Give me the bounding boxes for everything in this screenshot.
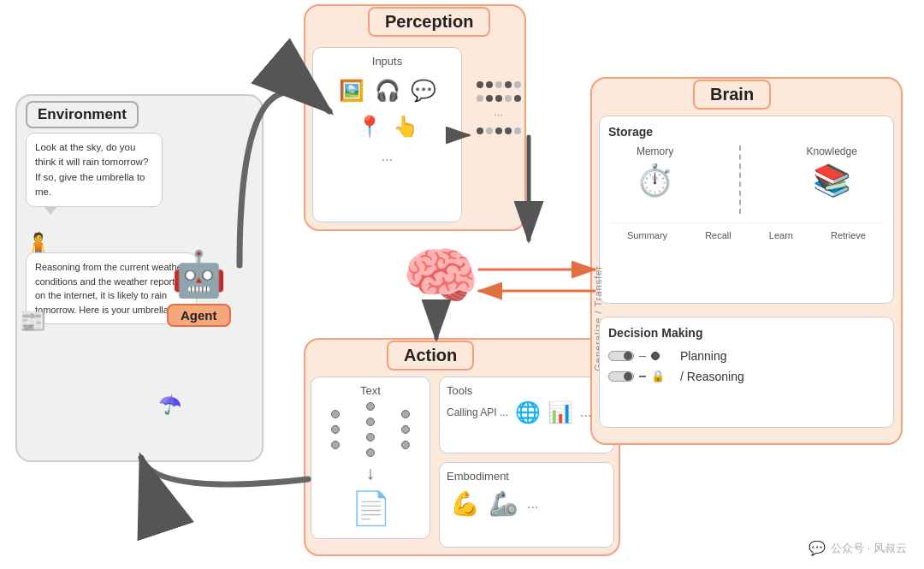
toggle-row-1 — [608, 351, 665, 361]
table-icon: 📊 — [548, 400, 573, 424]
encode-row-1 — [477, 81, 521, 88]
nn-dot — [401, 410, 410, 418]
robot-arm-icon: 🦾 — [489, 489, 518, 518]
storage-label: Storage — [608, 125, 885, 139]
embodiment-dots: ... — [527, 496, 538, 512]
brain-title-label: Brain — [693, 80, 771, 110]
divider — [739, 145, 741, 214]
action-label: Action — [387, 341, 474, 370]
image-icon: 🖼️ — [336, 75, 367, 106]
tools-label: Tools — [447, 384, 607, 397]
knowledge-icon: 📚 — [813, 163, 851, 199]
encode-dot — [477, 127, 483, 134]
main-container: Environment Look at the sky, do you thin… — [0, 0, 924, 569]
nn-dot — [401, 441, 410, 449]
nn-dot — [331, 441, 340, 449]
encoding-box: ··· — [471, 81, 526, 134]
tools-box: Tools Calling API ... 🌐 📊 ... — [439, 376, 614, 453]
tools-icons: Calling API ... 🌐 📊 ... — [447, 400, 607, 424]
encode-dot-light — [505, 95, 512, 102]
encode-row-2 — [477, 95, 521, 102]
decision-diagrams: 🔒 — [608, 351, 665, 382]
memory-label: Memory — [637, 145, 673, 157]
agent-area: 🤖 Agent — [167, 248, 231, 327]
encode-dot — [505, 81, 512, 88]
environment-label: Environment — [26, 101, 139, 128]
knowledge-label: Knowledge — [807, 145, 857, 157]
knowledge-item: Knowledge 📚 — [807, 145, 857, 199]
encode-dot-light — [495, 81, 502, 88]
api-text: Calling API ... — [447, 406, 508, 418]
embodiment-label: Embodiment — [447, 470, 607, 483]
doc-icon: 📄 — [318, 489, 423, 527]
inputs-box: Inputs 🖼️ 🎧 💬 📍 👆 ... — [312, 47, 462, 222]
memory-item: Memory ⏱️ — [636, 145, 674, 199]
decision-label: Decision Making — [608, 326, 885, 340]
reasoning-text: / Reasoning — [680, 367, 744, 388]
umbrella-icon: ☂️ — [157, 392, 183, 418]
inputs-dots: ... — [320, 149, 454, 164]
decision-box: Decision Making 🔒 — [599, 317, 894, 428]
retrieve-action: Retrieve — [831, 230, 866, 240]
encode-dot — [505, 127, 512, 134]
connector-line-2 — [639, 376, 646, 377]
toggle-row-2: 🔒 — [608, 370, 665, 382]
memory-icon: ⏱️ — [636, 163, 674, 199]
watermark-text: 公众号 · 风叔云 — [831, 541, 907, 556]
encode-dot-light — [514, 81, 521, 88]
lock-icon: 🔒 — [651, 370, 665, 382]
text-action-box: Text ↓ 📄 — [311, 376, 430, 539]
arm-icon: 💪 — [450, 489, 480, 518]
speech-bubble-top: Look at the sky, do you think it will ra… — [26, 133, 163, 207]
inputs-label: Inputs — [320, 55, 454, 68]
toggle-knob-2 — [624, 372, 632, 381]
encode-dot — [486, 81, 493, 88]
text-box-label: Text — [318, 384, 423, 397]
text-icon: 💬 — [408, 75, 439, 106]
arrow-down-text: ↓ — [318, 462, 423, 484]
nn-col-1 — [331, 410, 340, 449]
newspaper-icon: 📰 — [19, 308, 46, 335]
encode-dot — [495, 95, 502, 102]
planning-text: Planning — [680, 347, 744, 367]
encode-dot-light — [514, 127, 521, 134]
toggle-track-1 — [608, 351, 634, 361]
watermark: 💬 公众号 · 风叔云 — [808, 540, 907, 556]
encode-dot — [514, 95, 521, 102]
embodiment-icons: 💪 🦾 ... — [447, 486, 607, 521]
llm-brain-icon: 🧠 — [402, 240, 479, 312]
robot-icon: 🤖 — [167, 248, 231, 300]
embodiment-box: Embodiment 💪 🦾 ... — [439, 462, 614, 548]
recall-action: Recall — [705, 230, 732, 240]
connector-line — [639, 356, 646, 358]
decision-content: 🔒 Planning / Reasoning — [608, 347, 885, 388]
web-icon: 🌐 — [515, 400, 541, 424]
encode-dot-light — [477, 95, 483, 102]
agent-label: Agent — [167, 304, 231, 327]
nn-dot — [401, 425, 410, 434]
summary-action: Summary — [627, 230, 667, 240]
storage-box: Storage Memory ⏱️ Knowledge 📚 Summary Re… — [599, 116, 894, 304]
encode-dot-light — [486, 127, 493, 134]
decision-text-items: Planning / Reasoning — [680, 347, 744, 388]
learn-action: Learn — [769, 230, 793, 240]
encode-dot — [486, 95, 493, 102]
nn-dot — [331, 410, 340, 418]
nn-dot — [366, 448, 375, 457]
toggle-track-2 — [608, 371, 634, 382]
nn-dot — [366, 402, 375, 411]
nn-dot — [366, 418, 375, 426]
storage-actions: Summary Recall Learn Retrieve — [608, 222, 885, 240]
encode-dots: ··· — [494, 109, 502, 121]
encode-dot — [495, 127, 502, 134]
location-icon: 📍 — [354, 111, 385, 142]
audio-icon: 🎧 — [372, 75, 403, 106]
connector-dot — [651, 352, 660, 360]
encode-row-3 — [477, 127, 521, 134]
encode-dot — [477, 81, 483, 88]
storage-items: Memory ⏱️ Knowledge 📚 — [608, 145, 885, 214]
inputs-icons: 🖼️ 🎧 💬 📍 👆 — [320, 72, 454, 145]
nn-col-2 — [366, 402, 375, 457]
nn-dot — [366, 433, 375, 442]
wechat-icon: 💬 — [808, 540, 826, 556]
